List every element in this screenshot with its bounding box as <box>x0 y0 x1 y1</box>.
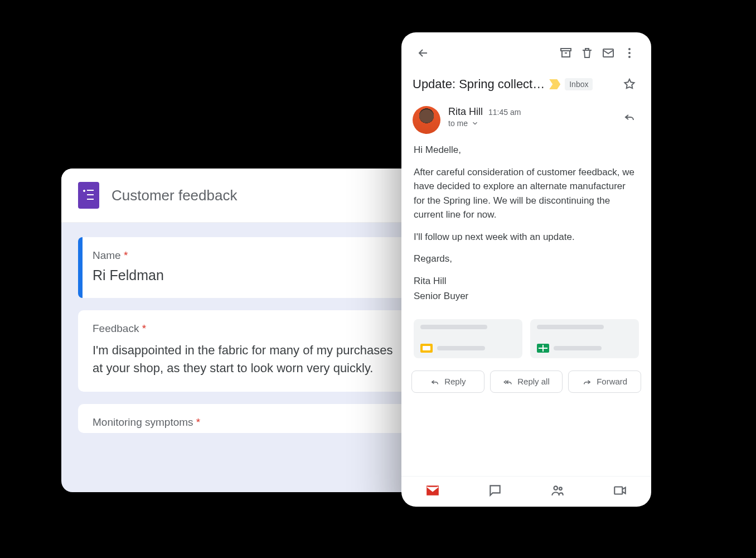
star-button[interactable] <box>619 74 640 95</box>
nav-mail[interactable] <box>401 483 464 498</box>
svg-point-2 <box>628 48 631 50</box>
reply-button[interactable]: Reply <box>411 371 484 393</box>
nav-chat[interactable] <box>464 483 526 498</box>
reply-all-button[interactable]: Reply all <box>490 371 563 393</box>
people-icon <box>550 483 565 498</box>
feedback-text[interactable]: I'm disappointed in the fabric for many … <box>93 341 404 377</box>
gmail-toolbar <box>401 32 651 68</box>
forms-body: Name * Ri Feldman Feedback * I'm disappo… <box>61 223 435 460</box>
mark-unread-button[interactable] <box>598 42 619 64</box>
slides-icon <box>420 344 433 353</box>
sender-avatar[interactable] <box>413 106 440 134</box>
label-text: Monitoring symptoms <box>93 416 193 428</box>
subject-row: Update: Spring collect… Inbox <box>401 68 651 103</box>
svg-point-6 <box>559 487 562 490</box>
attachment-sheets[interactable] <box>530 319 639 358</box>
svg-rect-0 <box>561 49 571 51</box>
label-text: Name <box>93 249 121 261</box>
important-marker-icon[interactable] <box>549 79 560 89</box>
mail-icon <box>425 483 440 498</box>
label-text: Feedback <box>93 323 139 334</box>
nav-meet[interactable] <box>589 483 651 498</box>
question-label: Name * <box>93 249 404 262</box>
to-label: to me <box>448 119 468 128</box>
email-subject: Update: Spring collect… <box>413 77 545 92</box>
recipient-dropdown[interactable]: to me <box>448 119 611 128</box>
form-question-name[interactable]: Name * Ri Feldman <box>78 237 418 298</box>
sender-meta: Rita Hill 11:45 am to me <box>448 106 611 128</box>
forms-title: Customer feedback <box>112 187 237 204</box>
attachment-slides[interactable] <box>414 319 522 358</box>
reply-icon-button[interactable] <box>619 106 640 127</box>
sheets-icon <box>537 344 549 353</box>
reply-all-label: Reply all <box>517 377 550 386</box>
sender-name: Rita Hill <box>448 106 483 118</box>
svg-point-3 <box>628 52 631 54</box>
forward-arrow-icon <box>582 377 592 387</box>
signature-name: Rita Hill <box>414 274 639 288</box>
archive-button[interactable] <box>555 42 576 64</box>
form-question-feedback[interactable]: Feedback * I'm disappointed in the fabri… <box>78 310 418 392</box>
reply-arrow-icon <box>430 377 440 387</box>
closing: Regards, <box>414 252 639 266</box>
forward-button[interactable]: Forward <box>568 371 641 393</box>
video-icon <box>613 483 627 498</box>
reply-all-arrow-icon <box>503 377 513 387</box>
body-p2: I'll follow up next week with an update. <box>414 230 639 244</box>
placeholder-bar <box>554 346 602 350</box>
greeting: Hi Medelle, <box>414 143 639 157</box>
svg-point-5 <box>554 486 558 490</box>
bottom-nav <box>401 476 651 507</box>
svg-rect-7 <box>614 487 622 494</box>
required-asterisk: * <box>142 323 146 334</box>
sender-time: 11:45 am <box>488 108 521 117</box>
reply-actions: Reply Reply all Forward <box>401 367 651 403</box>
forward-label: Forward <box>597 377 627 386</box>
body-p1: After careful consideration of customer … <box>414 165 639 222</box>
form-question-monitoring[interactable]: Monitoring symptoms * <box>78 404 418 433</box>
required-asterisk: * <box>196 416 200 428</box>
name-input-value[interactable]: Ri Feldman <box>93 267 404 283</box>
back-button[interactable] <box>413 42 434 64</box>
svg-point-4 <box>628 56 631 58</box>
sender-block: Rita Hill 11:45 am to me <box>401 103 651 143</box>
question-label: Monitoring symptoms * <box>93 416 404 429</box>
forms-header: Customer feedback <box>61 169 435 223</box>
delete-button[interactable] <box>576 42 598 64</box>
signature-title: Senior Buyer <box>414 289 639 304</box>
placeholder-bar <box>437 346 485 350</box>
attachments-row <box>401 311 651 367</box>
inbox-label-chip[interactable]: Inbox <box>565 78 593 90</box>
placeholder-bar <box>537 325 604 329</box>
gmail-window: Update: Spring collect… Inbox Rita Hill … <box>401 32 651 507</box>
reply-label: Reply <box>444 377 466 386</box>
forms-window: Customer feedback Name * Ri Feldman Feed… <box>61 169 435 492</box>
chat-icon <box>488 483 502 498</box>
required-asterisk: * <box>124 249 128 261</box>
email-body: Hi Medelle, After careful consideration … <box>401 143 651 311</box>
nav-spaces[interactable] <box>526 483 589 498</box>
placeholder-bar <box>420 325 487 329</box>
more-menu-button[interactable] <box>619 42 640 64</box>
forms-app-icon <box>78 182 99 209</box>
question-label: Feedback * <box>93 323 404 335</box>
chevron-down-icon <box>471 119 479 127</box>
